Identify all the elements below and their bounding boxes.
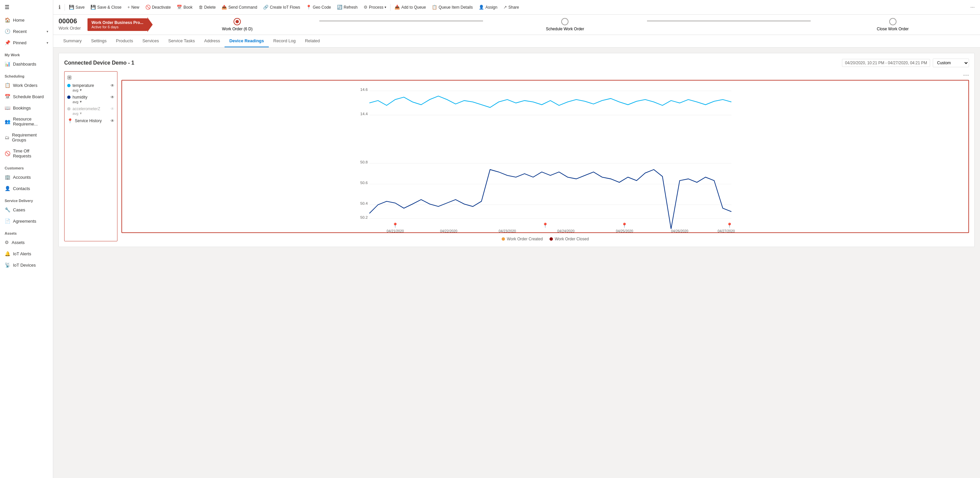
tab-settings[interactable]: Settings <box>86 35 111 47</box>
sidebar-item-contacts[interactable]: 👤 Contacts <box>0 183 53 194</box>
contacts-icon: 👤 <box>5 186 10 191</box>
sidebar-item-iot-alerts[interactable]: 🔔 IoT Alerts <box>0 248 53 259</box>
sidebar-item-accounts[interactable]: 🏢 Accounts <box>0 171 53 183</box>
info-icon: ℹ <box>56 2 63 12</box>
sidebar-item-agreements[interactable]: 📄 Agreements <box>0 215 53 227</box>
sidebar-item-cases[interactable]: 🔧 Cases <box>0 204 53 215</box>
new-button[interactable]: + New <box>125 3 142 11</box>
schedule-board-icon: 📅 <box>5 94 10 99</box>
legend-accelerometerz-row: accelerometerZ 👁 <box>67 107 115 111</box>
sidebar-item-dashboards[interactable]: 📊 Dashboards <box>0 58 53 70</box>
chevron-down-icon[interactable]: ▾ <box>80 111 82 116</box>
svg-text:50.2: 50.2 <box>360 215 368 219</box>
period-select[interactable]: Custom Last 7 Days Last 30 Days Last 90 … <box>933 59 969 67</box>
sidebar-item-schedule-board[interactable]: 📅 Schedule Board <box>0 91 53 102</box>
hamburger-icon[interactable]: ☰ <box>0 0 53 14</box>
sidebar-item-work-orders[interactable]: 📋 Work Orders <box>0 80 53 91</box>
stage-work-order[interactable]: Work Order (6 D) <box>155 18 319 31</box>
legend-temperature-row: temperature 👁 <box>67 83 115 88</box>
sidebar-item-iot-devices[interactable]: 📡 IoT Devices <box>0 259 53 271</box>
legend-humidity: humidity 👁 avg ▾ <box>67 95 115 104</box>
assign-button[interactable]: 👤 Assign <box>476 3 500 11</box>
accelerometerz-eye-icon[interactable]: 👁 <box>110 107 115 111</box>
refresh-button[interactable]: 🔄 Refresh <box>334 3 360 11</box>
sidebar-item-time-off[interactable]: 🚫 Time Off Requests <box>0 145 53 161</box>
sidebar-item-bookings[interactable]: 📖 Bookings <box>0 102 53 113</box>
tab-related[interactable]: Related <box>301 35 325 47</box>
chart-svg: 14.6 14.4 50.8 50.6 50.4 50.2 <box>121 80 969 233</box>
section-assets: Assets <box>0 228 53 237</box>
new-icon: + <box>127 5 130 10</box>
sidebar-item-recent[interactable]: 🕐 Recent ▾ <box>0 25 53 37</box>
service-history-eye-icon[interactable]: 👁 <box>110 118 115 123</box>
chevron-down-icon: ▾ <box>46 30 48 33</box>
tab-services[interactable]: Services <box>138 35 164 47</box>
delete-button[interactable]: 🗑 Delete <box>196 3 218 11</box>
stage-schedule[interactable]: Schedule Work Order <box>483 18 647 31</box>
refresh-icon: 🔄 <box>337 5 342 10</box>
accelerometerz-dot <box>67 107 70 110</box>
pin-icon: 📌 <box>5 40 10 45</box>
wo-created-label: Work Order Created <box>507 237 543 241</box>
create-iot-flows-button[interactable]: 🔗 Create IoT Flows <box>261 3 303 11</box>
geo-code-button[interactable]: 📍 Geo Code <box>303 3 334 11</box>
add-to-queue-button[interactable]: 📥 Add to Queue <box>392 3 428 11</box>
tab-device-readings[interactable]: Device Readings <box>224 35 269 47</box>
tab-address[interactable]: Address <box>200 35 225 47</box>
book-icon: 📅 <box>177 5 182 10</box>
record-title-row: 00006 Work Order Work Order Business Pro… <box>59 17 975 35</box>
iot-alerts-icon: 🔔 <box>5 251 10 256</box>
save-icon: 💾 <box>69 5 74 10</box>
chevron-down-icon[interactable]: ▾ <box>80 100 82 104</box>
legend-temperature: temperature 👁 avg ▾ <box>67 83 115 92</box>
section-service-delivery: Service Delivery <box>0 195 53 204</box>
sidebar-item-resource-req[interactable]: 👥 Resource Requireme... <box>0 113 53 129</box>
process-button[interactable]: ⚙ Process ▾ <box>361 3 389 11</box>
tab-products[interactable]: Products <box>111 35 138 47</box>
service-history-marker: 📍 <box>67 118 73 123</box>
sidebar-item-home[interactable]: 🏠 Home <box>0 14 53 25</box>
tab-record-log[interactable]: Record Log <box>269 35 301 47</box>
legend-service-history: 📍 Service History 👁 <box>67 118 115 123</box>
sidebar-item-contacts-label: Contacts <box>13 186 30 191</box>
active-stage-name: Work Order Business Pro... <box>91 20 143 25</box>
date-range-display: 04/20/2020, 10:21 PM - 04/27/2020, 04:21… <box>842 59 930 67</box>
req-groups-icon: 🗂 <box>5 135 9 140</box>
save-button[interactable]: 💾 Save <box>66 3 87 11</box>
svg-text:04/27/2020: 04/27/2020 <box>718 229 735 233</box>
accelerometerz-sub: avg ▾ <box>73 111 115 116</box>
chart-card: Connected Device Demo - 1 04/20/2020, 10… <box>59 53 975 247</box>
sidebar-item-req-groups-label: Requirement Groups <box>12 132 48 142</box>
resource-icon: 👥 <box>5 119 10 124</box>
iot-devices-icon: 📡 <box>5 262 10 268</box>
tab-service-tasks[interactable]: Service Tasks <box>164 35 200 47</box>
section-customers: Customers <box>0 163 53 171</box>
send-command-button[interactable]: 📤 Send Command <box>219 3 260 11</box>
share-button[interactable]: ↗ Share <box>501 3 522 11</box>
humidity-eye-icon[interactable]: 👁 <box>110 95 115 100</box>
deactivate-button[interactable]: 🚫 Deactivate <box>143 3 173 11</box>
chart-legend: ⊞ temperature 👁 avg ▾ <box>64 71 118 241</box>
sidebar-item-iot-devices-label: IoT Devices <box>13 263 36 268</box>
more-button[interactable]: ⋯ <box>968 3 977 11</box>
sidebar-item-cases-label: Cases <box>13 207 25 212</box>
sidebar-item-assets[interactable]: ⚙ Assets <box>0 237 53 248</box>
tab-summary[interactable]: Summary <box>59 35 86 47</box>
sidebar-item-bookings-label: Bookings <box>13 105 30 110</box>
save-close-button[interactable]: 💾 Save & Close <box>88 3 124 11</box>
sidebar-item-requirement-groups[interactable]: 🗂 Requirement Groups <box>0 129 53 145</box>
temperature-eye-icon[interactable]: 👁 <box>110 83 115 88</box>
active-stage-box[interactable]: Work Order Business Pro... Active for 6 … <box>88 18 147 31</box>
legend-humidity-row: humidity 👁 <box>67 95 115 100</box>
stage-close[interactable]: Close Work Order <box>811 18 975 31</box>
sidebar-item-pinned[interactable]: 📌 Pinned ▾ <box>0 37 53 48</box>
chevron-down-icon[interactable]: ▾ <box>80 88 82 92</box>
queue-item-details-button[interactable]: 📋 Queue Item Details <box>429 3 476 11</box>
chart-more-icon[interactable]: ⋯ <box>963 71 969 78</box>
toolbar: ℹ 💾 Save 💾 Save & Close + New 🚫 Deactiva… <box>53 0 980 14</box>
chart-card-header: Connected Device Demo - 1 04/20/2020, 10… <box>64 59 969 67</box>
legend-service-history-row: 📍 Service History 👁 <box>67 118 115 123</box>
sidebar-item-iot-alerts-label: IoT Alerts <box>13 251 31 256</box>
book-button[interactable]: 📅 Book <box>174 3 195 11</box>
layers-icon[interactable]: ⊞ <box>67 74 115 81</box>
